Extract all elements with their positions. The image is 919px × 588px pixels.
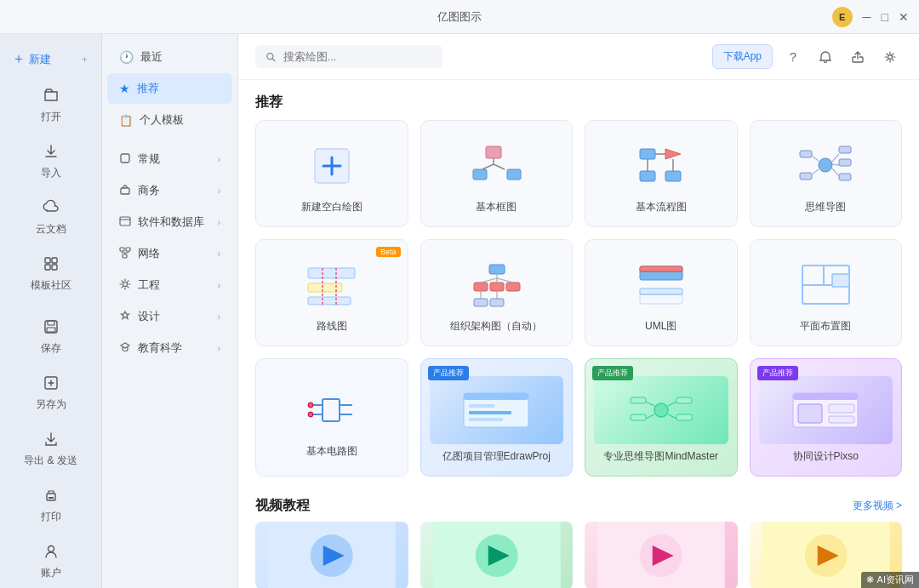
sidebar-template-community[interactable]: 模板社区 xyxy=(5,247,96,301)
svg-rect-37 xyxy=(308,297,351,305)
recent-label: 最近 xyxy=(140,49,163,65)
sidebar-left: ＋ 新建 ＋ 打开 导入 xyxy=(0,34,102,588)
svg-rect-70 xyxy=(676,414,692,420)
circuit-label: 基本电路图 xyxy=(306,444,357,459)
basic-frame-label: 基本框图 xyxy=(476,200,517,214)
search-input[interactable] xyxy=(283,50,432,63)
card-pixso[interactable]: 产品推荐 协同设计Pixso xyxy=(750,358,903,477)
new-blank-label: 新建空白绘图 xyxy=(301,200,362,214)
svg-rect-36 xyxy=(308,283,342,292)
sidebar-mid-network[interactable]: 网络 › xyxy=(107,238,232,269)
edrawproj-label: 亿图项目管理EdrawProj xyxy=(442,449,551,464)
svg-point-10 xyxy=(48,546,54,552)
sidebar-mid-general[interactable]: 常规 › xyxy=(107,144,232,174)
sidebar-mid-recent[interactable]: 🕐 最近 xyxy=(107,42,232,72)
saveas-label: 另存为 xyxy=(36,397,66,412)
recommend-section-title: 推荐 xyxy=(238,80,919,120)
svg-rect-22 xyxy=(486,146,501,158)
svg-rect-49 xyxy=(640,288,682,294)
arrow-icon: › xyxy=(218,344,220,353)
sidebar-open[interactable]: 打开 xyxy=(5,78,96,133)
video-card-3[interactable] xyxy=(585,522,738,588)
sidebar-export[interactable]: 导出 & 发送 xyxy=(5,422,96,477)
video-card-1[interactable] xyxy=(255,522,408,588)
sidebar-cloud[interactable]: 云文档 xyxy=(5,191,96,245)
basic-flow-label: 基本流程图 xyxy=(636,200,687,214)
recommend-label: 推荐 xyxy=(137,81,159,96)
card-mindmaster[interactable]: 产品推荐 专业思维导图MindMaster xyxy=(585,358,738,477)
basic-flow-icon xyxy=(631,138,691,193)
minimize-button[interactable]: ─ xyxy=(863,10,871,24)
main-content: 下载App ? xyxy=(238,34,919,588)
help-icon[interactable]: ? xyxy=(781,45,805,69)
svg-rect-45 xyxy=(490,299,504,306)
floor-plan-icon xyxy=(796,257,855,312)
arrow-icon: › xyxy=(218,218,220,227)
print-icon xyxy=(43,487,60,506)
card-mindmap[interactable]: 思维导图 xyxy=(750,120,903,227)
user-avatar[interactable]: E xyxy=(832,7,853,27)
sidebar-account[interactable]: 账户 xyxy=(5,534,96,588)
svg-rect-53 xyxy=(832,274,849,287)
sidebar-save[interactable]: 保存 xyxy=(5,310,96,364)
saveas-icon xyxy=(43,374,60,394)
card-floor-plan[interactable]: 平面布置图 xyxy=(750,239,903,346)
plus-icon: ＋ xyxy=(12,50,26,68)
open-label: 打开 xyxy=(41,110,61,124)
sidebar-saveas[interactable]: 另存为 xyxy=(5,366,96,420)
sidebar-mid-software[interactable]: 软件和数据库 › xyxy=(107,207,232,237)
video-card-2[interactable] xyxy=(420,522,574,588)
svg-rect-68 xyxy=(631,414,646,420)
sidebar-import[interactable]: 导入 xyxy=(5,134,96,189)
svg-rect-69 xyxy=(676,397,692,403)
card-basic-frame[interactable]: 基本框图 xyxy=(420,120,574,227)
close-button[interactable]: ✕ xyxy=(899,10,909,24)
pixso-label: 协同设计Pixso xyxy=(793,449,859,464)
svg-rect-16 xyxy=(126,248,130,251)
search-bar[interactable] xyxy=(255,45,442,68)
svg-rect-25 xyxy=(640,149,655,159)
new-blank-icon xyxy=(302,138,362,193)
card-edrawproj[interactable]: 产品推荐 亿图项目管理EdrawProj xyxy=(420,358,574,477)
arrow-icon: › xyxy=(218,281,220,290)
mindmaster-img xyxy=(594,376,728,444)
card-route[interactable]: Beta 路线图 xyxy=(255,239,408,346)
search-icon xyxy=(265,51,277,63)
share-icon[interactable] xyxy=(846,45,870,69)
sidebar-mid-education[interactable]: 教育科学 › xyxy=(107,333,232,363)
watermark: ❋ AI资讯网 xyxy=(861,572,919,588)
card-org-auto[interactable]: 组织架构图（自动） xyxy=(420,239,574,346)
sidebar-print[interactable]: 打印 xyxy=(5,478,96,533)
window-controls: E ─ □ ✕ xyxy=(832,7,909,27)
import-icon xyxy=(43,143,60,163)
new-button[interactable]: ＋ 新建 ＋ xyxy=(5,42,96,77)
card-new-blank[interactable]: 新建空白绘图 xyxy=(255,120,408,227)
notification-icon[interactable] xyxy=(813,45,837,69)
sidebar-mid-personal[interactable]: 📋 个人模板 xyxy=(107,105,232,135)
svg-rect-3 xyxy=(52,265,57,270)
more-videos-link[interactable]: 更多视频 > xyxy=(853,499,902,513)
svg-rect-75 xyxy=(829,416,854,423)
cloud-label: 云文档 xyxy=(36,222,66,237)
sidebar-mid-business[interactable]: 商务 › xyxy=(107,175,232,206)
maximize-button[interactable]: □ xyxy=(882,10,888,24)
svg-rect-0 xyxy=(45,258,50,263)
svg-rect-73 xyxy=(798,404,822,423)
svg-rect-43 xyxy=(506,283,520,291)
svg-point-60 xyxy=(308,412,313,417)
card-basic-flow[interactable]: 基本流程图 xyxy=(585,120,738,227)
download-app-button[interactable]: 下载App xyxy=(712,44,773,69)
settings-icon[interactable] xyxy=(878,45,902,69)
watermark-icon: ❋ xyxy=(866,574,874,585)
template-community-label: 模板社区 xyxy=(31,278,71,293)
card-circuit[interactable]: 基本电路图 xyxy=(255,358,408,477)
sidebar-mid-design[interactable]: 设计 › xyxy=(107,301,232,332)
svg-rect-32 xyxy=(839,146,851,153)
svg-rect-63 xyxy=(469,404,494,408)
svg-rect-23 xyxy=(473,169,487,180)
promo-badge-mindmaster: 产品推荐 xyxy=(592,366,633,380)
card-uml[interactable]: UML图 xyxy=(585,239,738,346)
sidebar-mid-recommend[interactable]: ★ 推荐 xyxy=(107,73,232,104)
svg-rect-31 xyxy=(800,173,812,180)
sidebar-mid-engineering[interactable]: 工程 › xyxy=(107,270,232,300)
